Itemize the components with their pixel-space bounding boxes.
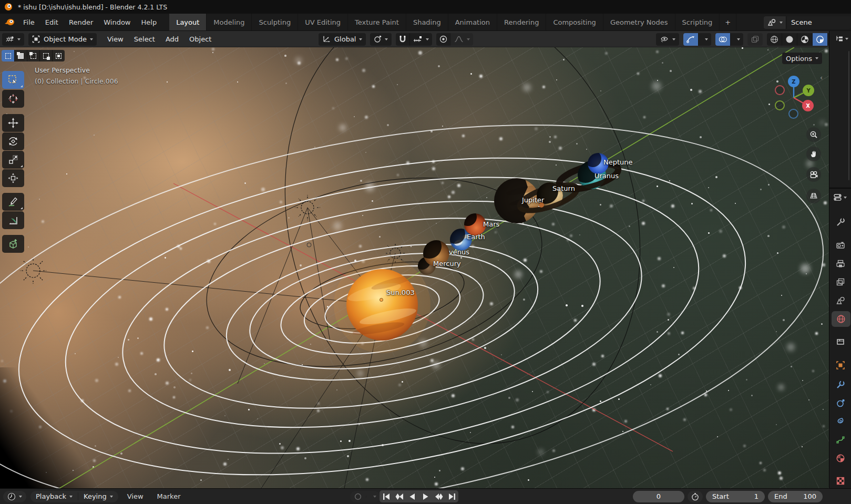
- outliner-editor-type-button[interactable]: [835, 35, 848, 43]
- transform-orientation-select[interactable]: Global: [319, 33, 366, 46]
- jump-to-start-button[interactable]: [380, 490, 393, 502]
- workspace-tab-texture-paint[interactable]: Texture Paint: [348, 14, 406, 30]
- tool-measure[interactable]: [2, 211, 24, 229]
- jump-to-end-button[interactable]: [445, 490, 458, 502]
- xray-toggle[interactable]: [747, 33, 763, 46]
- workspace-tab-layout[interactable]: Layout: [169, 14, 207, 30]
- show-gizmo-toggle[interactable]: [683, 33, 698, 46]
- tool-move[interactable]: [2, 114, 24, 132]
- workspace-tab-modeling[interactable]: Modeling: [207, 14, 252, 30]
- properties-editor-type-button[interactable]: [833, 193, 847, 202]
- tool-cursor[interactable]: [2, 90, 24, 108]
- menu-file[interactable]: File: [18, 14, 40, 30]
- auto-key-toggle[interactable]: [350, 493, 366, 500]
- tab-physics-properties[interactable]: [834, 397, 847, 409]
- next-keyframe-button[interactable]: [432, 490, 445, 502]
- object-label-saturn[interactable]: Saturn: [552, 184, 575, 192]
- tool-annotate[interactable]: [2, 193, 24, 211]
- blender-app-menu[interactable]: [0, 14, 18, 30]
- show-object-types-select[interactable]: [656, 33, 679, 46]
- proportional-editing-toggle[interactable]: [436, 33, 450, 46]
- tab-scene-properties[interactable]: [834, 294, 847, 307]
- timeline-marker-menu[interactable]: Marker: [152, 492, 186, 500]
- pivot-point-select[interactable]: [370, 33, 392, 46]
- object-label-earth[interactable]: Earth: [467, 233, 485, 241]
- shading-solid-button[interactable]: [782, 33, 797, 46]
- 3d-viewport[interactable]: User Perspective (0) Collection | Circle…: [0, 47, 829, 488]
- toggle-grid-button[interactable]: [806, 189, 821, 203]
- sidebar-collapse-arrow[interactable]: ‹: [820, 74, 823, 81]
- workspace-tab-sculpting[interactable]: Sculpting: [252, 14, 298, 30]
- tab-output-properties[interactable]: [834, 258, 847, 270]
- zoom-button[interactable]: [806, 127, 821, 142]
- tab-texture-properties[interactable]: [834, 475, 847, 487]
- editor-type-button[interactable]: [2, 33, 24, 46]
- gizmo-minus-x-axis[interactable]: [775, 85, 785, 95]
- workspace-tab-rendering[interactable]: Rendering: [497, 14, 546, 30]
- auto-key-dropdown[interactable]: [366, 496, 380, 498]
- play-reverse-button[interactable]: [406, 490, 419, 502]
- tool-scale[interactable]: [2, 151, 24, 169]
- menu-add[interactable]: Add: [160, 33, 184, 46]
- shading-rendered-button[interactable]: [812, 33, 827, 46]
- select-mode-invert[interactable]: [39, 50, 52, 61]
- gizmo-x-axis[interactable]: X: [802, 100, 814, 111]
- camera-view-button[interactable]: [806, 167, 821, 182]
- object-label-uranus[interactable]: Uranus: [594, 172, 619, 180]
- tab-object-data-properties[interactable]: [834, 434, 847, 446]
- select-mode-extend[interactable]: [14, 50, 27, 61]
- snap-target-select[interactable]: [409, 33, 432, 46]
- select-mode-intersect[interactable]: [52, 50, 65, 61]
- workspace-tab-geometry-nodes[interactable]: Geometry Nodes: [603, 14, 675, 30]
- navigation-gizmo[interactable]: Z Y X: [767, 71, 820, 124]
- end-frame-field[interactable]: End 100: [768, 491, 823, 502]
- timeline-view-menu[interactable]: View: [122, 492, 148, 500]
- menu-window[interactable]: Window: [98, 14, 136, 30]
- object-label-sun[interactable]: Sun.003: [386, 289, 415, 296]
- tab-modifier-properties[interactable]: [834, 378, 847, 391]
- gizmo-minus-y-axis[interactable]: [775, 100, 785, 110]
- current-frame-field[interactable]: 0: [633, 491, 684, 502]
- add-workspace-button[interactable]: +: [720, 14, 736, 30]
- object-label-jupiter[interactable]: Jupiter: [522, 196, 544, 204]
- mode-select[interactable]: Object Mode: [28, 33, 97, 46]
- workspace-tab-animation[interactable]: Animation: [448, 14, 497, 30]
- keying-menu[interactable]: Keying: [78, 492, 118, 500]
- gizmo-dropdown[interactable]: [698, 33, 711, 46]
- play-button[interactable]: [419, 490, 432, 502]
- workspace-tab-shading[interactable]: Shading: [406, 14, 448, 30]
- small-empty[interactable]: [307, 243, 311, 247]
- workspace-tab-compositing[interactable]: Compositing: [546, 14, 603, 30]
- object-label-venus[interactable]: venus: [449, 248, 469, 256]
- gizmo-y-axis[interactable]: Y: [803, 85, 814, 96]
- gizmo-z-axis[interactable]: Z: [788, 76, 799, 87]
- tab-constraint-properties[interactable]: [834, 415, 847, 428]
- tab-view-layer-properties[interactable]: [834, 276, 847, 289]
- use-preview-range-button[interactable]: [688, 491, 703, 502]
- proportional-falloff-select[interactable]: [450, 33, 473, 46]
- menu-select[interactable]: Select: [129, 33, 160, 46]
- playback-menu[interactable]: Playback: [30, 492, 78, 500]
- show-overlays-toggle[interactable]: [715, 33, 730, 46]
- tab-material-properties[interactable]: [834, 452, 847, 465]
- shading-wireframe-button[interactable]: [767, 33, 782, 46]
- start-frame-field[interactable]: Start 1: [706, 491, 765, 502]
- previous-keyframe-button[interactable]: [393, 490, 406, 502]
- menu-view[interactable]: View: [102, 33, 129, 46]
- overlays-dropdown[interactable]: [730, 33, 743, 46]
- tab-render-properties[interactable]: [834, 239, 847, 252]
- tool-transform[interactable]: [2, 169, 24, 187]
- object-label-neptune[interactable]: Neptune: [603, 158, 633, 166]
- tab-object-properties[interactable]: [834, 359, 847, 372]
- object-label-mercury[interactable]: Mercury: [433, 260, 461, 268]
- menu-help[interactable]: Help: [136, 14, 162, 30]
- menu-object[interactable]: Object: [184, 33, 217, 46]
- tab-world-properties[interactable]: [832, 311, 850, 327]
- menu-render[interactable]: Render: [64, 14, 98, 30]
- menu-edit[interactable]: Edit: [40, 14, 64, 30]
- pan-button[interactable]: [806, 147, 821, 161]
- options-button[interactable]: Options: [782, 53, 822, 64]
- tool-select-box[interactable]: [2, 71, 24, 89]
- workspace-tab-scripting[interactable]: Scripting: [675, 14, 720, 30]
- workspace-tab-uv-editing[interactable]: UV Editing: [298, 14, 348, 30]
